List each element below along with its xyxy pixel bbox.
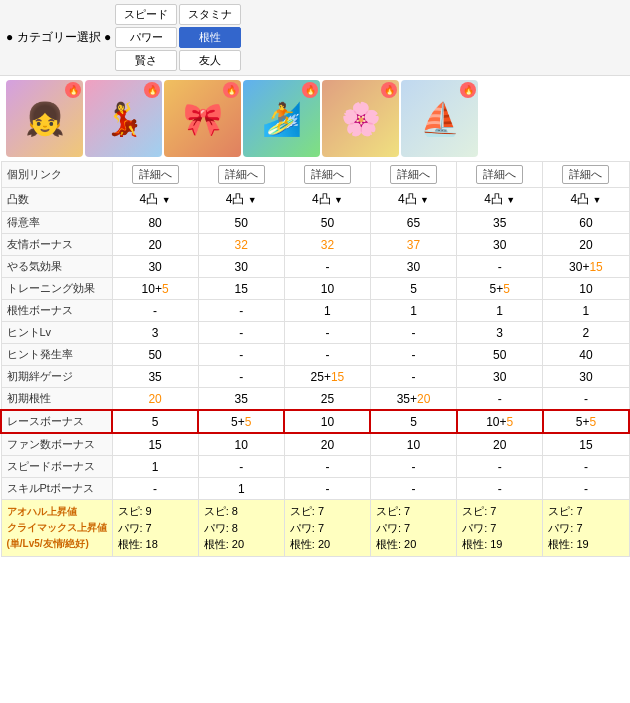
cell-fan-bonus-5: 20	[457, 433, 543, 456]
cell-kizuna-2: -	[198, 366, 284, 388]
cell-training-1: 10+5	[112, 278, 198, 300]
label-hint-lv: ヒントLv	[1, 322, 112, 344]
btn-power[interactable]: パワー	[115, 27, 177, 48]
row-totsusuu: 凸数 4凸 ▼ 4凸 ▼ 4凸 ▼ 4凸 ▼ 4凸 ▼ 4凸 ▼	[1, 188, 629, 212]
label-fan-bonus: ファン数ボーナス	[1, 433, 112, 456]
row-speed-bonus: スピードボーナス 1 - - - - -	[1, 456, 629, 478]
cell-skill-bonus-2: 1	[198, 478, 284, 500]
detail-btn-2[interactable]: 詳細へ	[218, 165, 265, 184]
cell-tokuiritsu-1: 80	[112, 212, 198, 234]
btn-kashikosa[interactable]: 賢さ	[115, 50, 177, 71]
cell-yuujou-6: 20	[543, 234, 629, 256]
cell-hint-lv-6: 2	[543, 322, 629, 344]
card-4[interactable]: 🏄 🔥	[243, 80, 320, 157]
cell-kizuna-1: 35	[112, 366, 198, 388]
cell-skill-bonus-6: -	[543, 478, 629, 500]
card-2[interactable]: 💃 🔥	[85, 80, 162, 157]
card-3[interactable]: 🎀 🔥	[164, 80, 241, 157]
btn-tomodachi[interactable]: 友人	[179, 50, 241, 71]
cell-race-bonus-3: 10	[284, 410, 370, 433]
cell-totsusuu-4: 4凸 ▼	[370, 188, 456, 212]
cell-tokuiritsu-5: 35	[457, 212, 543, 234]
btn-konjo[interactable]: 根性	[179, 27, 241, 48]
category-buttons: スピード スタミナ パワー 根性 賢さ 友人	[115, 4, 241, 71]
cell-skill-bonus-3: -	[284, 478, 370, 500]
cell-fan-bonus-6: 15	[543, 433, 629, 456]
cell-yuujou-1: 20	[112, 234, 198, 256]
card-6-corner: 🔥	[460, 82, 476, 98]
category-section: ● カテゴリー選択 ● スピード スタミナ パワー 根性 賢さ 友人	[0, 0, 630, 76]
cell-yaruki-5: -	[457, 256, 543, 278]
cell-race-bonus-4: 5	[370, 410, 456, 433]
cell-skill-bonus-4: -	[370, 478, 456, 500]
cell-yuujou-2: 32	[198, 234, 284, 256]
detail-btn-4[interactable]: 詳細へ	[390, 165, 437, 184]
cell-tokuiritsu-2: 50	[198, 212, 284, 234]
label-detail-link: 個別リンク	[1, 162, 112, 188]
row-tokuiritsu: 得意率 80 50 50 65 35 60	[1, 212, 629, 234]
cell-hint-rate-6: 40	[543, 344, 629, 366]
cell-tokuiritsu-3: 50	[284, 212, 370, 234]
cell-training-5: 5+5	[457, 278, 543, 300]
cell-fan-bonus-1: 15	[112, 433, 198, 456]
cell-detail-2: 詳細へ	[198, 162, 284, 188]
cell-race-bonus-5: 10+5	[457, 410, 543, 433]
detail-btn-5[interactable]: 詳細へ	[476, 165, 523, 184]
cell-aoharu-5: スピ: 7パワ: 7根性: 19	[457, 500, 543, 557]
label-tokuiritsu: 得意率	[1, 212, 112, 234]
cell-hint-lv-3: -	[284, 322, 370, 344]
card-4-corner: 🔥	[302, 82, 318, 98]
label-totsusuu: 凸数	[1, 188, 112, 212]
cell-aoharu-1: スピ: 9パワ: 7根性: 18	[112, 500, 198, 557]
cell-kizuna-6: 30	[543, 366, 629, 388]
cell-konjo-1: -	[112, 300, 198, 322]
cell-aoharu-4: スピ: 7パワ: 7根性: 20	[370, 500, 456, 557]
stats-table-container: 個別リンク 詳細へ 詳細へ 詳細へ 詳細へ 詳細へ 詳細へ 凸数 4凸 ▼ 4凸…	[0, 161, 630, 557]
row-kizuna: 初期絆ゲージ 35 - 25+15 - 30 30	[1, 366, 629, 388]
row-hint-rate: ヒント発生率 50 - - - 50 40	[1, 344, 629, 366]
cell-aoharu-3: スピ: 7パワ: 7根性: 20	[284, 500, 370, 557]
cell-speed-bonus-5: -	[457, 456, 543, 478]
cell-yuujou-4: 37	[370, 234, 456, 256]
label-race-bonus: レースボーナス	[1, 410, 112, 433]
card-6[interactable]: ⛵ 🔥	[401, 80, 478, 157]
label-konjo-bonus: 根性ボーナス	[1, 300, 112, 322]
card-1[interactable]: 👧 🔥	[6, 80, 83, 157]
cell-speed-bonus-4: -	[370, 456, 456, 478]
cell-konjo-3: 1	[284, 300, 370, 322]
row-aoharu: アオハル上昇値クライマックス上昇値(単/Lv5/友情/絶好) スピ: 9パワ: …	[1, 500, 629, 557]
cell-training-3: 10	[284, 278, 370, 300]
btn-stamina[interactable]: スタミナ	[179, 4, 241, 25]
cell-totsusuu-6: 4凸 ▼	[543, 188, 629, 212]
cell-hint-lv-4: -	[370, 322, 456, 344]
detail-btn-3[interactable]: 詳細へ	[304, 165, 351, 184]
label-speed-bonus: スピードボーナス	[1, 456, 112, 478]
cell-initial-konjo-4: 35+20	[370, 388, 456, 411]
cell-yaruki-3: -	[284, 256, 370, 278]
detail-btn-1[interactable]: 詳細へ	[132, 165, 179, 184]
cell-initial-konjo-3: 25	[284, 388, 370, 411]
label-yaruki: やる気効果	[1, 256, 112, 278]
card-5[interactable]: 🌸 🔥	[322, 80, 399, 157]
cell-detail-5: 詳細へ	[457, 162, 543, 188]
detail-btn-6[interactable]: 詳細へ	[562, 165, 609, 184]
cell-konjo-5: 1	[457, 300, 543, 322]
label-hint-rate: ヒント発生率	[1, 344, 112, 366]
card-1-corner: 🔥	[65, 82, 81, 98]
cell-totsusuu-2: 4凸 ▼	[198, 188, 284, 212]
cell-hint-rate-3: -	[284, 344, 370, 366]
row-hint-lv: ヒントLv 3 - - - 3 2	[1, 322, 629, 344]
label-kizuna: 初期絆ゲージ	[1, 366, 112, 388]
row-skill-bonus: スキルPtボーナス - 1 - - - -	[1, 478, 629, 500]
cell-detail-1: 詳細へ	[112, 162, 198, 188]
cell-yuujou-5: 30	[457, 234, 543, 256]
cell-yuujou-3: 32	[284, 234, 370, 256]
cell-kizuna-4: -	[370, 366, 456, 388]
cell-initial-konjo-2: 35	[198, 388, 284, 411]
cell-kizuna-5: 30	[457, 366, 543, 388]
cell-tokuiritsu-4: 65	[370, 212, 456, 234]
cell-fan-bonus-3: 20	[284, 433, 370, 456]
btn-speed[interactable]: スピード	[115, 4, 177, 25]
cell-hint-lv-1: 3	[112, 322, 198, 344]
cell-aoharu-6: スピ: 7パワ: 7根性: 19	[543, 500, 629, 557]
